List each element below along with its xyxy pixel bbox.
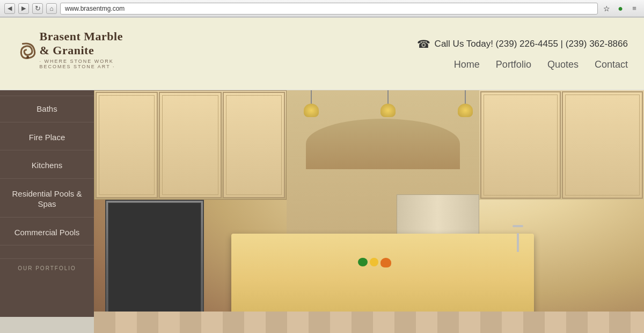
kitchen-scene — [94, 90, 644, 333]
nav-portfolio[interactable]: Portfolio — [496, 59, 531, 70]
sidebar-menu: Baths Fire Place Kitchens Residential Po… — [0, 90, 94, 333]
phone-icon: ☎ — [417, 38, 430, 50]
fruit-yellow — [370, 258, 378, 266]
menu-icon[interactable]: ≡ — [629, 3, 640, 14]
island-counter — [231, 234, 534, 325]
reload-button[interactable]: ↻ — [32, 3, 43, 14]
phone-area: ☎ Call Us Today! (239) 226-4455 | (239) … — [417, 38, 628, 50]
cabinet-door-2 — [159, 92, 221, 198]
counter-fruits — [358, 258, 391, 267]
arch-top — [306, 119, 460, 169]
phone-text: Call Us Today! (239) 226-4455 | (239) 36… — [435, 39, 628, 49]
browser-toolbar: ◀ ▶ ↻ ⌂ ☆ ● ≡ — [0, 0, 644, 17]
website: Brasent Marble & Granite · Where Stone W… — [0, 18, 644, 333]
sidebar-portfolio-label: OUR PORTFOLIO — [0, 258, 94, 278]
svg-point-1 — [26, 56, 29, 59]
logo-area: Brasent Marble & Granite · Where Stone W… — [16, 30, 134, 78]
sidebar-bottom-strip — [0, 317, 94, 333]
status-icon: ● — [615, 3, 626, 14]
logo-text-sub: · Where Stone Work Becomes Stone Art · — [40, 59, 134, 69]
cabinet-top-right — [479, 90, 645, 200]
nav-home[interactable]: Home — [454, 59, 480, 70]
main-content: Baths Fire Place Kitchens Residential Po… — [0, 90, 644, 333]
sidebar: Baths Fire Place Kitchens Residential Po… — [0, 90, 94, 333]
bookmark-icon[interactable]: ☆ — [601, 3, 612, 14]
cabinet-door-4 — [480, 91, 561, 199]
url-bar[interactable] — [60, 3, 598, 15]
home-button[interactable]: ⌂ — [46, 3, 57, 14]
sidebar-item-kitchens[interactable]: Kitchens — [0, 153, 94, 179]
cabinet-top-left — [94, 90, 287, 200]
faucet — [513, 225, 523, 252]
cabinet-door-3 — [223, 92, 285, 198]
logo-text-main: Brasent Marble & Granite — [40, 30, 134, 57]
fruit-green — [358, 258, 368, 266]
kitchen-floor — [94, 312, 644, 333]
header-right: ☎ Call Us Today! (239) 226-4455 | (239) … — [417, 38, 628, 70]
back-button[interactable]: ◀ — [4, 3, 15, 14]
pendant-light-1 — [303, 90, 319, 117]
cabinet-door-1 — [96, 92, 158, 198]
logo-icon: Brasent Marble & Granite · Where Stone W… — [16, 30, 134, 69]
pendant-light-2 — [380, 90, 396, 117]
sidebar-item-fireplace[interactable]: Fire Place — [0, 125, 94, 151]
cabinet-door-5 — [562, 91, 643, 199]
sidebar-item-baths[interactable]: Baths — [0, 96, 94, 122]
nav-menu: Home Portfolio Quotes Contact — [454, 59, 628, 70]
pendant-light-3 — [457, 90, 473, 117]
sidebar-item-commercial-pools[interactable]: Commercial Pools — [0, 220, 94, 246]
browser-chrome: ◀ ▶ ↻ ⌂ ☆ ● ≡ — [0, 0, 644, 18]
logo-swirl-icon — [16, 32, 40, 69]
nav-quotes[interactable]: Quotes — [547, 59, 579, 70]
logo-graphic: Brasent Marble & Granite · Where Stone W… — [16, 30, 134, 78]
fruit-orange — [380, 258, 391, 267]
hero-image — [94, 90, 644, 333]
forward-button[interactable]: ▶ — [18, 3, 29, 14]
sidebar-item-residential-pools[interactable]: Residential Pools & Spas — [0, 181, 94, 218]
nav-contact[interactable]: Contact — [595, 59, 628, 70]
site-header: Brasent Marble & Granite · Where Stone W… — [0, 18, 644, 90]
